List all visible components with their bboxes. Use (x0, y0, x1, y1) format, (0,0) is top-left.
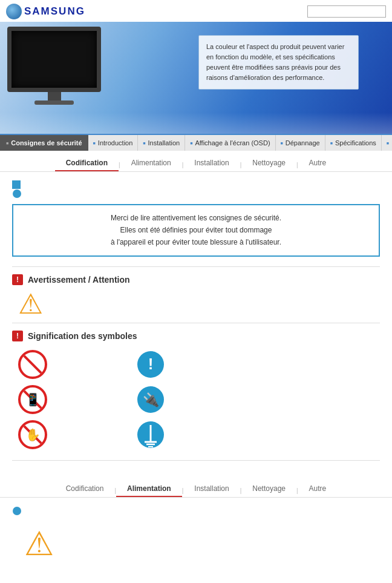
monitor-neck (48, 92, 61, 100)
notice-line3: à l'appareil et pour éviter toute blessu… (25, 237, 367, 249)
tab-bottom-alimentation[interactable]: Alimentation (116, 481, 182, 497)
monitor-base (34, 100, 74, 105)
header: SAMSUNG (0, 0, 392, 22)
monitor-screen (7, 27, 101, 92)
section-avertissement-header: ! Avertissement / Attention (12, 274, 380, 285)
tab-bottom-installation[interactable]: Installation (183, 481, 240, 497)
hero-text-box: La couleur et l'aspect du produit peuven… (198, 35, 359, 90)
divider-2 (12, 323, 380, 323)
exclamation-badge-avertissement: ! (12, 274, 23, 285)
tab-alimentation[interactable]: Alimentation (120, 156, 182, 171)
earth-ground-icon (136, 420, 165, 449)
svg-text:!: ! (148, 355, 154, 373)
bottom-warning-triangle-icon: ⚠ (24, 527, 380, 561)
main-content: Merci de lire attentivement les consigne… (0, 172, 392, 470)
svg-text:🔌: 🔌 (143, 392, 160, 408)
symbol-exclamation: ! (130, 350, 242, 379)
svg-point-0 (13, 189, 21, 198)
section-icon (12, 180, 380, 200)
nav-item-specifications[interactable]: ■ Spécifications (325, 135, 382, 151)
search-input[interactable] (307, 5, 386, 18)
no-hand-icon: ✋ (18, 420, 47, 449)
section-symboles-header: ! Signification des symboles (12, 331, 380, 341)
tab-bottom-codification[interactable]: Codification (55, 481, 115, 497)
nav-item-depannage[interactable]: ■ Dépannage (276, 135, 325, 151)
symbol-hand-plug: 🔌 (130, 385, 242, 414)
tab-nettoyage[interactable]: Nettoyage (241, 156, 296, 171)
logo-text: SAMSUNG (24, 5, 85, 18)
hero-banner: La couleur et l'aspect du produit peuven… (0, 22, 392, 134)
symbol-no-device: 📱 (12, 385, 124, 414)
logo-globe-icon (6, 4, 22, 19)
bottom-blue-circle-icon (12, 506, 22, 516)
tabs-bottom: Codification | Alimentation | Installati… (0, 476, 392, 498)
exclamation-badge-symboles: ! (12, 331, 23, 341)
hero-wave (0, 113, 392, 134)
nav-item-information[interactable]: ■ Information (382, 135, 392, 151)
nav-item-installation[interactable]: ■ Installation (138, 135, 185, 151)
divider-3 (12, 460, 380, 461)
symboles-title: Signification des symboles (28, 331, 137, 341)
symbol-no-general (12, 350, 124, 379)
bottom-content: ⚠ (0, 498, 392, 570)
exclamation-circle-icon: ! (136, 350, 165, 379)
tab-bottom-nettoyage[interactable]: Nettoyage (241, 481, 296, 497)
monitor-image (7, 27, 101, 105)
blue-circle-icon (12, 180, 21, 189)
notice-box: Merci de lire attentivement les consigne… (12, 204, 380, 257)
nav-item-affichage[interactable]: ■ Affichage à l'écran (OSD) (185, 135, 275, 151)
svg-point-10 (13, 507, 21, 515)
symbol-no-hand: ✋ (12, 420, 124, 449)
bottom-section-icon (12, 506, 380, 518)
notice-line1: Merci de lire attentivement les consigne… (25, 212, 367, 225)
blue-circle-svg (12, 189, 22, 199)
tab-installation[interactable]: Installation (183, 156, 240, 171)
hand-plug-icon: 🔌 (136, 385, 165, 414)
warning-triangle-icon: ⚠ (18, 290, 380, 318)
tab-bottom-autre[interactable]: Autre (298, 481, 338, 497)
nav-item-consignes[interactable]: ■ Consignes de sécurité (0, 135, 88, 151)
tab-codification[interactable]: Codification (55, 156, 119, 171)
nav-bar: ■ Consignes de sécurité ■ Introduction ■… (0, 134, 392, 151)
tabs-top: Codification | Alimentation | Installati… (0, 151, 392, 172)
tab-autre[interactable]: Autre (298, 156, 338, 171)
symbols-grid: ! 📱 🔌 ✋ (12, 347, 242, 455)
no-device-icon: 📱 (18, 385, 47, 414)
symbol-ground (130, 420, 242, 449)
no-sign-icon (18, 350, 47, 379)
hero-description: La couleur et l'aspect du produit peuven… (206, 43, 344, 81)
samsung-logo: SAMSUNG (6, 4, 85, 19)
avertissement-title: Avertissement / Attention (28, 275, 130, 285)
divider-1 (12, 266, 380, 267)
notice-line2: Elles ont été définies pour éviter tout … (25, 225, 367, 237)
nav-item-introduction[interactable]: ■ Introduction (88, 135, 139, 151)
